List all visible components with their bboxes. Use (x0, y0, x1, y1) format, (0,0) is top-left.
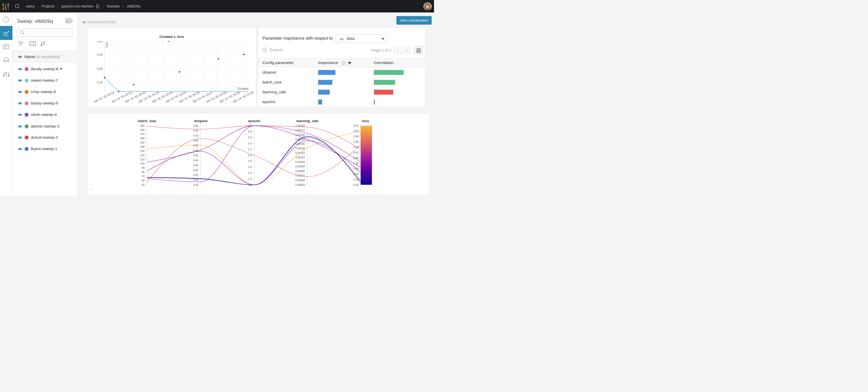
svg-text:0.00050: 0.00050 (296, 184, 305, 187)
svg-text:dropout: dropout (194, 119, 208, 123)
svg-text:100: 100 (140, 162, 145, 165)
svg-text:1.8: 1.8 (248, 160, 252, 163)
svg-text:0.40: 0.40 (193, 164, 198, 167)
svg-text:140: 140 (140, 145, 145, 148)
svg-text:130: 130 (140, 150, 145, 153)
svg-text:0.60: 0.60 (193, 144, 198, 147)
svg-text:0.44: 0.44 (353, 146, 359, 149)
svg-text:110: 110 (141, 158, 145, 161)
svg-text:0.50: 0.50 (193, 154, 198, 157)
svg-text:0.00080: 0.00080 (296, 170, 305, 173)
svg-text:50: 50 (142, 184, 145, 187)
svg-text:60: 60 (142, 179, 145, 182)
svg-text:loss: loss (362, 119, 369, 123)
svg-text:170: 170 (140, 133, 145, 136)
svg-text:2.8: 2.8 (248, 130, 252, 133)
svg-text:epochs: epochs (248, 119, 260, 123)
svg-text:0.80: 0.80 (193, 125, 198, 127)
svg-text:0.38: 0.38 (353, 162, 359, 165)
svg-text:2.2: 2.2 (248, 148, 252, 151)
svg-text:180: 180 (140, 129, 145, 131)
svg-text:0.00120: 0.00120 (296, 152, 305, 155)
svg-text:batch_size: batch_size (138, 119, 156, 123)
svg-text:0.00170: 0.00170 (296, 129, 305, 132)
svg-text:0.45: 0.45 (193, 159, 198, 162)
svg-text:0.42: 0.42 (353, 151, 359, 154)
svg-text:0.30: 0.30 (193, 174, 198, 176)
svg-text:0.00110: 0.00110 (296, 156, 305, 159)
svg-text:1.6: 1.6 (248, 166, 252, 168)
svg-text:120: 120 (140, 154, 145, 157)
svg-text:0.00130: 0.00130 (296, 147, 305, 150)
svg-text:0.00100: 0.00100 (296, 161, 305, 164)
svg-text:0.52: 0.52 (353, 125, 359, 127)
svg-text:190: 190 (140, 125, 145, 127)
svg-text:,: , (91, 186, 92, 190)
svg-text:0.35: 0.35 (193, 169, 198, 172)
svg-text:learning_rate: learning_rate (297, 119, 318, 123)
svg-text:0.75: 0.75 (193, 129, 198, 132)
svg-text:2.6: 2.6 (248, 136, 252, 139)
svg-text:0.45: 0.45 (97, 53, 103, 56)
svg-text:loss: loss (105, 42, 108, 48)
svg-text:1.2: 1.2 (248, 177, 252, 181)
svg-text:0.00160: 0.00160 (296, 133, 305, 136)
svg-text:1.4: 1.4 (248, 172, 252, 174)
svg-text:0.32: 0.32 (353, 178, 359, 181)
svg-text:80: 80 (142, 171, 145, 174)
svg-text:0.30: 0.30 (353, 184, 359, 187)
svg-text:0.70: 0.70 (193, 134, 198, 137)
svg-text:2.4: 2.4 (248, 142, 252, 145)
svg-text:0.50: 0.50 (97, 40, 103, 43)
svg-text:Created: Created (237, 87, 249, 91)
svg-text:i: i (6, 18, 7, 22)
svg-text:0.20: 0.20 (193, 184, 198, 187)
svg-text:150: 150 (140, 141, 145, 144)
svg-text:160: 160 (140, 137, 145, 140)
svg-text:0.48: 0.48 (353, 135, 359, 138)
svg-text:90: 90 (142, 166, 145, 169)
svg-text:0.00060: 0.00060 (296, 179, 305, 182)
svg-text:0.46: 0.46 (353, 140, 359, 143)
svg-text:0.40: 0.40 (97, 67, 103, 70)
svg-text:70: 70 (142, 175, 145, 178)
svg-text:0.35: 0.35 (97, 81, 103, 84)
svg-text:0.00090: 0.00090 (296, 165, 305, 168)
